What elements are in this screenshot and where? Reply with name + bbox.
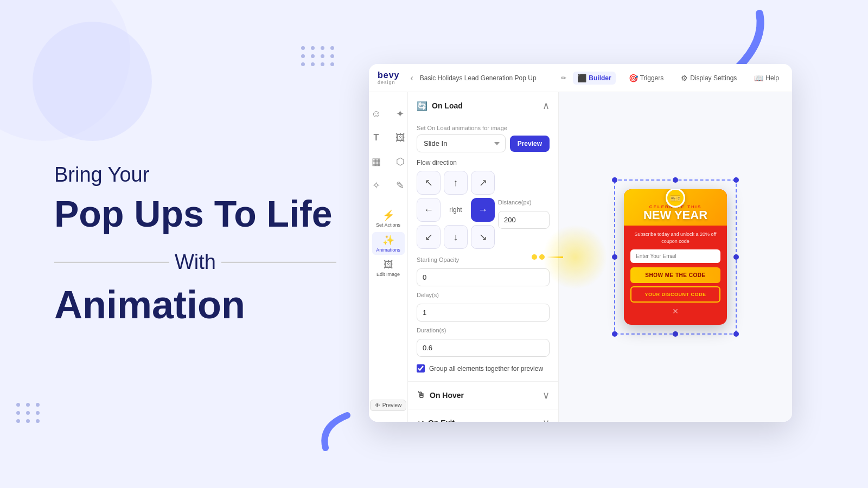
dir-down[interactable]: ↓ — [444, 225, 468, 249]
direction-row-2: ← right → — [417, 198, 495, 222]
on-hover-section: 🖱 On Hover ∨ — [408, 382, 558, 409]
preview-btn[interactable]: 👁 Preview — [370, 400, 407, 411]
resize-handle-ml[interactable] — [612, 254, 617, 260]
close-button[interactable]: × — [630, 306, 720, 317]
resize-handle-bc[interactable] — [673, 331, 678, 337]
display-settings-btn[interactable]: ⚙ Display Settings — [676, 72, 741, 85]
with-label: With — [175, 251, 216, 274]
animations-icon: ✨ — [382, 234, 394, 246]
help-icon: 📖 — [754, 74, 763, 82]
resize-handle-mr[interactable] — [733, 254, 739, 260]
animations-btn[interactable]: ✨ Animations — [372, 232, 405, 255]
group-checkbox-row: Group all elements together for preview — [417, 364, 550, 373]
resize-handle-tc[interactable] — [673, 177, 678, 183]
flow-direction-label: Flow direction — [417, 159, 550, 166]
on-exit-expand-icon[interactable]: ∨ — [542, 417, 550, 422]
set-actions-icon: ⚡ — [382, 209, 394, 221]
sidebar-tool-emoji[interactable]: ☺ — [369, 103, 387, 125]
preview-animation-btn[interactable]: Preview — [510, 136, 550, 152]
triggers-label: Triggers — [640, 74, 664, 82]
bottom-left-decoration — [315, 410, 358, 455]
duration-input[interactable] — [417, 339, 550, 357]
display-settings-label: Display Settings — [690, 74, 737, 82]
dir-up-right[interactable]: ↗ — [471, 171, 495, 195]
nav-back-arrow[interactable]: ‹ — [410, 73, 413, 83]
dir-down-right[interactable]: ↘ — [471, 225, 495, 249]
hero-tagline: Bring Your — [54, 162, 336, 188]
secondary-button[interactable]: YOUR DISCOUNT CODE — [630, 286, 720, 303]
direction-row-1: ↖ ↑ ↗ — [417, 171, 495, 195]
on-hover-icon: 🖱 — [417, 390, 425, 400]
dir-up[interactable]: ↑ — [444, 171, 468, 195]
cta-button[interactable]: SHOW ME THE CODE — [630, 267, 720, 283]
email-input[interactable] — [630, 249, 720, 263]
sidebar-bottom: 👁 Preview — [370, 400, 407, 415]
direction-grid-wrapper: ↖ ↑ ↗ ← right → — [417, 171, 495, 251]
preview-eye-icon: 👁 — [375, 402, 380, 408]
anim-dot-2 — [539, 254, 545, 260]
dir-left[interactable]: ← — [417, 198, 441, 222]
hero-text-section: Bring Your Pop Ups To Life With Animatio… — [54, 162, 336, 326]
numeric-fields: Starting Opacity Delay(s) Duration(s) — [417, 256, 550, 357]
on-exit-header[interactable]: ↩ On Exit ∨ — [408, 409, 558, 422]
help-btn[interactable]: 📖 Help — [750, 72, 783, 85]
dir-active-label: right — [444, 198, 468, 222]
dir-down-left[interactable]: ↙ — [417, 225, 441, 249]
animation-headline: Animation — [54, 284, 336, 326]
sidebar-tool-film[interactable]: ▦ — [369, 151, 387, 172]
on-hover-header[interactable]: 🖱 On Hover ∨ — [408, 382, 558, 409]
anim-direction-hint — [532, 254, 563, 260]
dots-bottom — [16, 403, 41, 423]
resize-handle-br[interactable] — [733, 331, 739, 337]
on-load-icon: 🔄 — [417, 101, 427, 111]
breadcrumb: Basic Holidays Lead Generation Pop Up — [420, 74, 555, 82]
popup-subtitle: Subscribe today and unlock a 20% off cou… — [630, 231, 720, 245]
logo-tagline: design — [378, 80, 395, 85]
edit-image-label: Edit Image — [376, 272, 400, 277]
settings-icon: ⚙ — [681, 74, 688, 82]
direction-row-3: ↙ ↓ ↘ — [417, 225, 495, 249]
animation-type-select[interactable]: Slide In Fade In Bounce Zoom In — [417, 134, 506, 152]
on-hover-title: On Hover — [430, 391, 464, 400]
on-exit-header-left: ↩ On Exit — [417, 418, 455, 422]
sidebar-tool-text[interactable]: T — [369, 127, 387, 149]
ticket-icon: 🎫 — [670, 193, 681, 203]
resize-handle-tl[interactable] — [612, 177, 617, 183]
builder-btn[interactable]: ⬛ Builder — [573, 72, 615, 85]
sidebar: ☺ ✦ T 🖼 ▦ ⬡ ✧ ✎ ⚡ Set Actions ✨ Animatio… — [369, 92, 408, 422]
edit-image-icon: 🖼 — [384, 259, 393, 271]
direction-and-distance: ↖ ↑ ↗ ← right → — [417, 171, 550, 251]
on-load-header-left: 🔄 On Load — [417, 101, 463, 111]
anim-line — [547, 256, 563, 258]
animations-label: Animations — [376, 247, 400, 253]
sidebar-tool-draw[interactable]: ✧ — [369, 175, 387, 196]
edit-image-btn[interactable]: 🖼 Edit Image — [372, 257, 405, 279]
distance-wrapper: Distance(px) — [498, 194, 550, 229]
on-hover-expand-icon[interactable]: ∨ — [542, 389, 550, 401]
starting-opacity-input[interactable] — [417, 268, 550, 286]
group-checkbox[interactable] — [417, 364, 425, 373]
popup-title: NEW YEAR — [643, 209, 707, 221]
on-load-header[interactable]: 🔄 On Load ∧ — [408, 92, 558, 119]
divider: With — [54, 251, 336, 274]
divider-line-left — [54, 262, 169, 263]
breadcrumb-edit-icon[interactable]: ✏ — [561, 74, 566, 82]
ny-body: Subscribe today and unlock a 20% off cou… — [624, 226, 727, 324]
on-load-body: Set On Load animations for image Slide I… — [408, 125, 558, 381]
preview-label: Preview — [382, 402, 402, 408]
triggers-btn[interactable]: 🎯 Triggers — [624, 72, 668, 85]
dir-right[interactable]: → — [471, 198, 495, 222]
set-actions-label: Set Actions — [376, 222, 400, 228]
popup-preview-area: 🎫 CELEBRATE THIS NEW YEAR Subscribe toda… — [559, 92, 792, 422]
resize-handle-bl[interactable] — [612, 331, 617, 337]
delay-input[interactable] — [417, 304, 550, 322]
on-exit-section: ↩ On Exit ∨ — [408, 409, 558, 422]
on-load-collapse-icon[interactable]: ∧ — [542, 100, 550, 112]
help-label: Help — [765, 74, 779, 82]
set-actions-btn[interactable]: ⚡ Set Actions — [372, 207, 405, 230]
dir-up-left[interactable]: ↖ — [417, 171, 441, 195]
distance-input[interactable] — [498, 211, 550, 229]
resize-handle-tr[interactable] — [733, 177, 739, 183]
triggers-icon: 🎯 — [629, 74, 638, 82]
app-logo: bevy design — [378, 71, 399, 85]
